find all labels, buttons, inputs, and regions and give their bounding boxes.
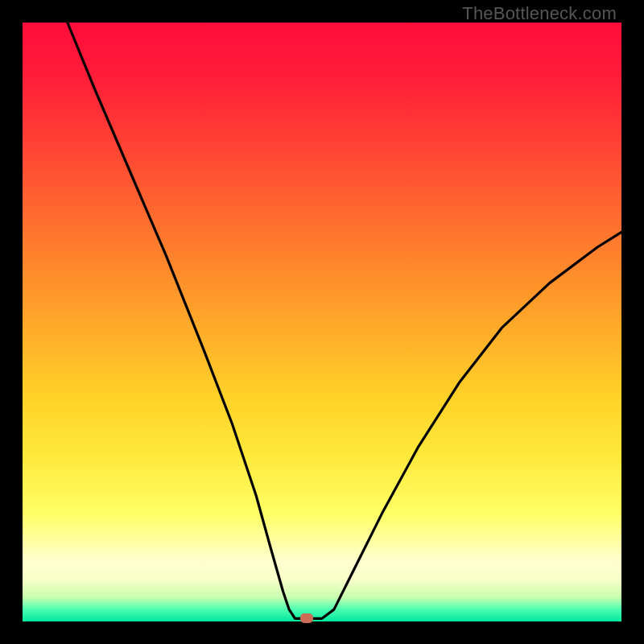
min-marker <box>300 613 313 623</box>
chart-frame: TheBottleneck.com <box>0 0 644 644</box>
chart-curve-path <box>68 23 621 618</box>
watermark-text: TheBottleneck.com <box>462 3 617 24</box>
chart-curve-svg <box>23 23 621 621</box>
chart-plot-area <box>23 23 621 621</box>
